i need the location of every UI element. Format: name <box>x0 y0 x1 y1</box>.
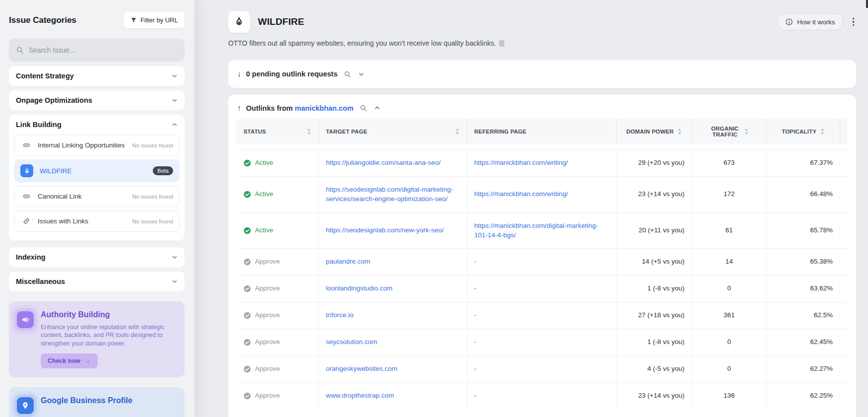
target-page-link[interactable]: www.dropthestrap.com <box>326 391 394 401</box>
referring-page-link[interactable]: - <box>474 284 477 293</box>
table-body: Active https://juliangoldie.com/santa-an… <box>237 149 848 409</box>
table-row: Active https://juliangoldie.com/santa-an… <box>237 149 848 176</box>
authority-building-promo: Authority Building Enhance your online r… <box>9 301 185 377</box>
target-page-link[interactable]: https://juliangoldie.com/santa-ana-seo/ <box>326 158 440 168</box>
column-header-referring-page[interactable]: REFERRING PAGE <box>467 119 617 144</box>
sidebar-item-onpage-optimizations[interactable]: Onpage Optimizations <box>9 90 185 110</box>
wildfire-page-icon <box>228 11 250 33</box>
column-header-topicality[interactable]: TOPICALITY <box>767 119 840 144</box>
table-row: Approve paulandre.com - 14 (+5 vs you) 1… <box>237 248 848 275</box>
domain-power-value: 4 (-5 vs you) <box>617 356 692 382</box>
table-row: Approve orangeskywebsites.com - 4 (-5 vs… <box>237 355 848 382</box>
wildfire-label: WILDFIRE <box>40 167 153 175</box>
organic-traffic-value: 0 <box>692 329 767 355</box>
check-circle-icon <box>244 339 251 346</box>
chevron-up-icon <box>172 122 178 128</box>
sidebar-item-link-building[interactable]: Link Building <box>9 115 185 135</box>
organic-traffic-value: 136 <box>692 383 767 409</box>
column-header-status[interactable]: STATUS <box>237 119 319 144</box>
table-row: Active https://seodesignlab.com/new-york… <box>237 212 848 249</box>
organic-traffic-value: 14 <box>692 249 767 275</box>
sort-icon[interactable] <box>677 128 682 135</box>
sort-icon[interactable] <box>820 128 825 135</box>
outlinks-card: ↑ Outlinks from manickbhan.com STATUS TA… <box>228 95 856 417</box>
referring-page-link[interactable]: https://manickbhan.com/digital-marketing… <box>474 221 610 240</box>
target-page-link[interactable]: triforce.io <box>326 311 354 320</box>
referring-page-link[interactable]: https://manickbhan.com/writing/ <box>474 158 568 168</box>
sidebar-item-internal-linking[interactable]: Internal Linking Opportunities No issues… <box>14 135 180 156</box>
referring-page-link[interactable]: - <box>474 391 477 401</box>
search-icon[interactable] <box>359 103 368 113</box>
pending-requests-label: 0 pending outlink requests <box>246 70 338 78</box>
column-header-organic-traffic[interactable]: ORGANIC TRAFFIC <box>692 119 767 144</box>
page-description: OTTO filters out all spammy websites, en… <box>228 39 496 47</box>
sidebar-item-indexing[interactable]: Indexing <box>9 247 185 267</box>
column-header-domain-power[interactable]: DOMAIN POWER <box>617 119 692 144</box>
sidebar-item-miscellaneous[interactable]: Miscellaneous <box>9 272 185 291</box>
chevron-up-icon[interactable] <box>373 104 381 112</box>
topicality-value: 65.78% <box>767 213 840 249</box>
search-issue-input[interactable] <box>29 46 178 54</box>
target-page-link[interactable]: loonlandingstudio.com <box>326 284 392 293</box>
target-page-link[interactable]: https://seodesignlab.com/new-york-seo/ <box>326 226 444 235</box>
sidebar-item-content-strategy[interactable]: Content Strategy <box>9 66 185 86</box>
referring-page-link[interactable]: - <box>474 364 477 374</box>
column-header-target-page[interactable]: TARGET PAGE <box>319 119 467 144</box>
referring-page-link[interactable]: - <box>474 338 477 347</box>
status-label: Active <box>255 158 273 168</box>
search-icon <box>16 46 24 54</box>
issue-search[interactable] <box>9 39 185 62</box>
chevron-down-icon[interactable] <box>357 70 366 78</box>
wildfire-flame-icon <box>20 164 33 177</box>
referring-page-link[interactable]: https://manickbhan.com/writing/ <box>474 190 568 199</box>
referring-page-link[interactable]: - <box>474 257 477 267</box>
topicality-value: 62.27% <box>767 356 840 382</box>
topicality-value: 62.45% <box>767 329 840 355</box>
sort-icon[interactable] <box>307 128 311 135</box>
organic-traffic-value: 361 <box>692 302 767 329</box>
chevron-down-icon <box>172 278 178 284</box>
status-label: Approve <box>255 338 280 347</box>
target-page-link[interactable]: orangeskywebsites.com <box>326 364 397 374</box>
target-page-link[interactable]: seycsolution.com <box>326 338 377 347</box>
domain-power-value: 23 (+14 vs you) <box>617 383 692 409</box>
topicality-value: 62.25% <box>767 383 840 409</box>
pending-outlink-requests-bar[interactable]: ↓ 0 pending outlink requests <box>228 60 856 88</box>
sort-icon[interactable] <box>455 128 460 135</box>
link-building-section: Link Building Internal Linking Opportuni… <box>9 115 185 240</box>
authority-building-title: Authority Building <box>41 310 177 319</box>
sidebar-item-issues-with-links[interactable]: Issues with Links No issues found <box>14 210 180 232</box>
check-now-button[interactable]: Check now → <box>41 353 98 368</box>
beta-badge: Beta <box>153 166 173 175</box>
google-business-profile-title: Google Business Profile <box>41 396 132 405</box>
chain-link-icon <box>19 214 34 228</box>
arrow-up-icon: ↑ <box>237 104 241 113</box>
status-label: Approve <box>255 364 280 374</box>
search-icon[interactable] <box>343 70 352 79</box>
google-business-profile-promo: Google Business Profile <box>9 387 185 417</box>
target-page-link[interactable]: paulandre.com <box>326 257 370 267</box>
how-it-works-label: How it works <box>797 18 835 26</box>
sort-icon[interactable] <box>744 128 749 135</box>
outlinks-domain-link[interactable]: manickbhan.com <box>295 104 353 112</box>
column-header-spacer <box>840 119 854 144</box>
target-page-link[interactable]: https://seodesignlab.com/digital-marketi… <box>326 185 460 204</box>
filter-by-url-label: Filter by URL <box>140 16 178 24</box>
check-circle-icon <box>244 159 251 167</box>
status-label: Approve <box>255 257 280 267</box>
sidebar-item-wildfire[interactable]: WILDFIRE Beta <box>14 159 180 182</box>
filter-by-url-button[interactable]: Filter by URL <box>124 12 185 28</box>
topicality-value: 65.38% <box>767 249 840 275</box>
link-icon <box>20 141 32 149</box>
sidebar-item-canonical-link[interactable]: Canonical Link No issues found <box>14 186 180 207</box>
check-circle-icon <box>244 191 251 198</box>
kebab-menu-icon[interactable] <box>851 16 857 28</box>
topicality-value: 62.5% <box>767 302 840 329</box>
check-circle-icon <box>244 227 251 234</box>
copy-icon[interactable] <box>499 40 504 47</box>
table-row: Active https://seodesignlab.com/digital-… <box>237 176 848 212</box>
referring-page-link[interactable]: - <box>474 311 477 320</box>
how-it-works-button[interactable]: How it works <box>777 13 844 30</box>
window-scrollbar[interactable] <box>866 0 868 8</box>
organic-traffic-value: 61 <box>692 213 767 249</box>
